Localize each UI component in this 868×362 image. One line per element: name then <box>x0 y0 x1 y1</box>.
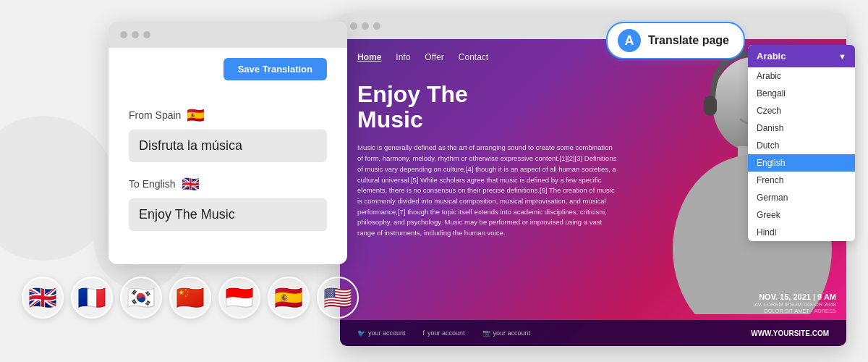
flag-korea[interactable]: 🇰🇷 <box>120 277 162 319</box>
footer-twitter[interactable]: 🐦 your account <box>357 329 406 337</box>
from-flag: 🇪🇸 <box>187 106 205 124</box>
dropdown-item[interactable]: Arabic <box>748 67 855 85</box>
hero-body: Music is generally defined as the art of… <box>357 143 618 238</box>
save-btn-row: Save Translation <box>109 58 347 80</box>
footer-facebook[interactable]: f your account <box>423 329 465 337</box>
language-dropdown-panel: Arabic ▼ ArabicBengaliCzechDanishDutchEn… <box>748 45 855 241</box>
translate-a-icon: A <box>624 33 634 49</box>
mockup-date-sub2: DOLOR SIT AMET - ADRESS <box>754 308 836 314</box>
dropdown-item[interactable]: Danish <box>748 119 855 137</box>
titlebar-dot-3 <box>143 31 150 38</box>
dropdown-item[interactable]: Greek <box>748 206 855 224</box>
from-label: From Spain 🇪🇸 <box>129 106 327 124</box>
footer-link-1: your account <box>368 329 406 337</box>
dropdown-selected-value: Arabic <box>757 51 786 62</box>
from-translation-input[interactable] <box>129 130 327 162</box>
dropdown-header[interactable]: Arabic ▼ <box>748 45 855 67</box>
from-label-text: From Spain <box>129 109 181 121</box>
mockup-dot-1 <box>350 22 357 30</box>
dropdown-item[interactable]: Czech <box>748 102 855 119</box>
translate-icon: A <box>618 29 641 52</box>
flag-china[interactable]: 🇨🇳 <box>169 277 211 319</box>
dropdown-arrow-icon: ▼ <box>838 52 846 61</box>
dropdown-item[interactable]: English <box>748 154 855 172</box>
nav-offer[interactable]: Offer <box>425 52 443 62</box>
panel-body: From Spain 🇪🇸 To English 🇬🇧 <box>109 93 347 244</box>
footer-link-3: your account <box>493 329 531 337</box>
flags-row: 🇬🇧 🇫🇷 🇰🇷 🇨🇳 🇮🇩 🇪🇸 🇺🇸 <box>22 277 359 319</box>
mockup-date: NOV. 15, 2021 | 9 AM AV. LOREM IPSUM DOL… <box>754 292 836 314</box>
nav-home[interactable]: Home <box>357 52 381 62</box>
dropdown-item[interactable]: Dutch <box>748 137 855 154</box>
to-label: To English 🇬🇧 <box>129 175 327 193</box>
mockup-date-main: NOV. 15, 2021 | 9 AM <box>754 292 836 301</box>
flag-france[interactable]: 🇫🇷 <box>71 277 113 319</box>
titlebar-dot-1 <box>120 31 127 38</box>
footer-link-2: your account <box>427 329 465 337</box>
dropdown-list[interactable]: ArabicBengaliCzechDanishDutchEnglishFren… <box>748 67 855 241</box>
save-translation-button[interactable]: Save Translation <box>224 58 327 80</box>
footer-instagram[interactable]: 📷 your account <box>482 329 531 337</box>
titlebar-dot-2 <box>132 31 139 38</box>
translation-panel: Save Translation From Spain 🇪🇸 To Englis… <box>109 22 347 264</box>
translate-page-label: Translate page <box>648 34 729 47</box>
translate-page-button[interactable]: A Translate page <box>606 22 745 59</box>
to-label-text: To English <box>129 178 176 190</box>
panel-titlebar <box>109 22 347 48</box>
flag-usa[interactable]: 🇺🇸 <box>317 277 359 319</box>
mockup-dot-3 <box>373 22 380 30</box>
flag-spain[interactable]: 🇪🇸 <box>268 277 310 319</box>
mockup-titlebar <box>340 13 846 39</box>
translate-btn-area: A Translate page <box>606 22 745 59</box>
twitter-icon: 🐦 <box>357 329 365 337</box>
footer-site: WWW.YOURSITE.COM <box>751 329 829 337</box>
nav-info[interactable]: Info <box>396 52 410 62</box>
dropdown-item[interactable]: German <box>748 189 855 206</box>
mockup-dot-2 <box>362 22 369 30</box>
dropdown-item[interactable]: Hindi <box>748 224 855 241</box>
dropdown-item[interactable]: French <box>748 172 855 189</box>
nav-contact[interactable]: Contact <box>459 52 488 62</box>
facebook-icon: f <box>423 329 425 337</box>
to-flag: 🇬🇧 <box>182 175 200 193</box>
dropdown-item[interactable]: Bengali <box>748 85 855 102</box>
flag-indonesia[interactable]: 🇮🇩 <box>218 277 260 319</box>
mockup-date-sub1: AV. LOREM IPSUM DOLOR 2048 <box>754 301 836 308</box>
flag-uk[interactable]: 🇬🇧 <box>22 277 64 319</box>
mockup-footer: 🐦 your account f your account 📷 your acc… <box>340 320 846 346</box>
instagram-icon: 📷 <box>482 329 490 337</box>
to-translation-input[interactable] <box>129 198 327 231</box>
